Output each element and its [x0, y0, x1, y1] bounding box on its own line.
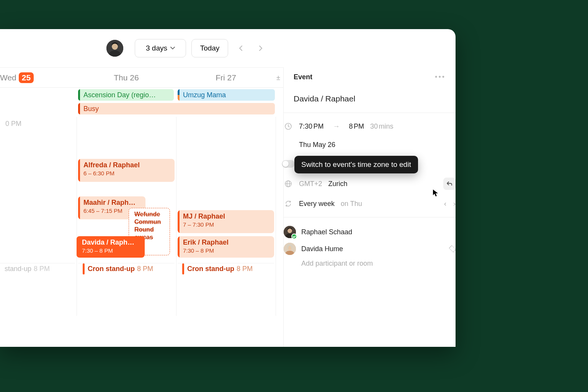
- duration: 30 mins: [370, 122, 394, 131]
- chevron-down-icon: [170, 47, 175, 50]
- time-row[interactable]: 7:30 PM → 8 PM 30 mins: [284, 121, 456, 132]
- allday-busy[interactable]: Busy: [78, 103, 275, 114]
- day-header-thu[interactable]: Thu 26: [77, 68, 176, 88]
- event-panel: Event ••• Davida / Raphael 7:30 PM → 8 P…: [283, 67, 456, 347]
- participant-name: Davida Hume: [301, 245, 343, 253]
- next-button[interactable]: [253, 41, 268, 56]
- today-badge: 25: [19, 72, 34, 83]
- today-button[interactable]: Today: [191, 39, 228, 57]
- repeat-label[interactable]: Every week: [299, 200, 335, 208]
- more-icon[interactable]: •••: [435, 73, 446, 81]
- repeat-on: on Thu: [341, 200, 362, 208]
- allday-umzug[interactable]: Umzug Mama: [178, 89, 275, 101]
- app-window: 3 days Today Wed 25 Thu 26 Fri 27 ± Asce: [0, 29, 456, 347]
- end-time: 8 PM: [349, 122, 364, 131]
- tz-city[interactable]: Zurich: [328, 180, 348, 188]
- day-header-row: Wed 25 Thu 26 Fri 27 ±: [0, 68, 283, 88]
- accepted-icon: [291, 234, 297, 239]
- user-avatar[interactable]: [106, 40, 123, 57]
- add-participant-input[interactable]: Add participant or room: [284, 257, 456, 268]
- day-header-wed[interactable]: Wed 25: [0, 68, 77, 88]
- prev-button[interactable]: [234, 41, 248, 56]
- day-header-fri[interactable]: Fri 27: [176, 68, 276, 88]
- allday-ascension[interactable]: Ascension Day (regio…: [78, 89, 174, 101]
- standup-wed[interactable]: stand-up 8 PM: [0, 263, 75, 274]
- event-title[interactable]: Davida / Raphael: [294, 87, 446, 113]
- toolbar: 3 days Today: [0, 29, 456, 67]
- allday-toggle[interactable]: [282, 160, 295, 168]
- event-ghost[interactable]: 0 PM: [0, 118, 75, 131]
- tz-offset: GMT+2: [299, 180, 322, 188]
- participant-row[interactable]: Davida Hume: [284, 240, 456, 257]
- event-mj[interactable]: MJ / Raphael 7 – 7:30 PM: [178, 210, 274, 233]
- participant-row[interactable]: Raphael Schaad: [284, 224, 456, 240]
- event-davida-selected[interactable]: Davida / Raph… 7:30 – 8 PM: [77, 236, 145, 258]
- range-label: 3 days: [146, 44, 167, 52]
- globe-icon: [284, 180, 293, 188]
- event-date[interactable]: Thu May 26: [299, 141, 335, 149]
- panel-heading: Event: [294, 73, 312, 81]
- arrow-right-icon: →: [333, 122, 340, 131]
- calendar-grid[interactable]: Wed 25 Thu 26 Fri 27 ± Ascension Day (re…: [0, 67, 283, 347]
- participants-section: Raphael Schaad Davida Hume Add participa…: [284, 217, 456, 274]
- event-alfreda[interactable]: Alfreda / Raphael 6 – 6:30 PM: [78, 159, 175, 182]
- allday-region: Ascension Day (regio… Umzug Mama Busy: [0, 88, 283, 115]
- avatar: [284, 243, 296, 255]
- start-time: 7:30 PM: [299, 122, 324, 131]
- expand-icon[interactable]: ±: [276, 74, 280, 82]
- panel-header: Event •••: [284, 67, 456, 87]
- clock-icon: [284, 122, 293, 130]
- timezone-revert-button[interactable]: [443, 178, 456, 190]
- avatar: [284, 226, 296, 238]
- repeat-icon: [284, 200, 293, 207]
- standup-thu[interactable]: Cron stand-up 8 PM: [78, 263, 175, 274]
- range-dropdown[interactable]: 3 days: [135, 39, 186, 57]
- repeat-prev[interactable]: ‹: [444, 200, 446, 208]
- rsvp-pending-icon[interactable]: [449, 245, 456, 253]
- standup-fri[interactable]: Cron stand-up 8 PM: [178, 263, 274, 274]
- event-erik[interactable]: Erik / Raphael 7:30 – 8 PM: [178, 236, 274, 258]
- repeat-next[interactable]: ›: [453, 200, 456, 208]
- participant-name: Raphael Schaad: [301, 228, 352, 236]
- timezone-tooltip: Switch to event's time zone to edit: [294, 156, 418, 173]
- cursor-icon: [432, 189, 440, 196]
- timed-region[interactable]: 0 PM Alfreda / Raphael 6 – 6:30 PM Maahi…: [0, 117, 283, 316]
